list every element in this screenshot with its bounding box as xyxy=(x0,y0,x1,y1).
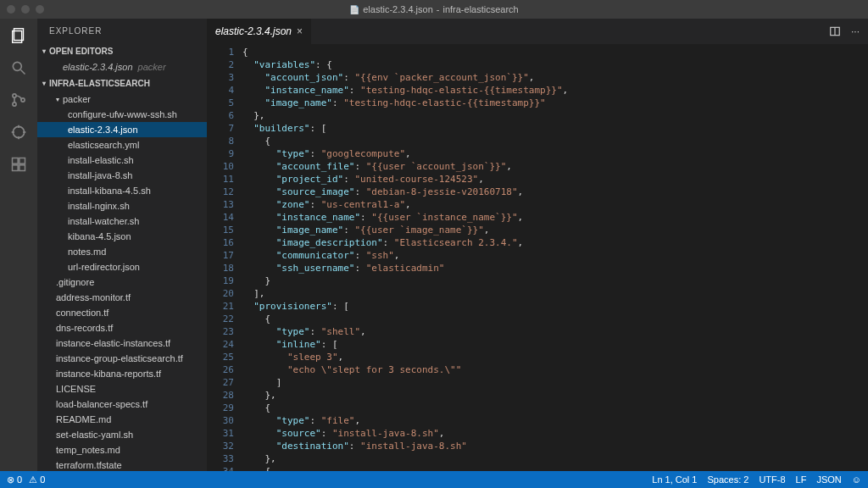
file-item[interactable]: elastic-2.3.4.json xyxy=(37,122,207,137)
file-item[interactable]: install-watcher.sh xyxy=(37,214,207,229)
chevron-down-icon: ▾ xyxy=(42,80,46,87)
file-item[interactable]: instance-kibana-reports.tf xyxy=(37,366,207,381)
title-project: infra-elasticsearch xyxy=(442,4,518,14)
file-item[interactable]: terraform.tfstate xyxy=(37,458,207,471)
open-editor-item[interactable]: elastic-2.3.4.json packer xyxy=(37,59,207,75)
explorer-sidebar: EXPLORER ▾ OPEN EDITORS elastic-2.3.4.js… xyxy=(37,19,207,471)
project-section-header[interactable]: ▾ INFRA-ELASTICSEARCH xyxy=(37,75,207,92)
tab-label: elastic-2.3.4.json xyxy=(215,25,292,37)
file-item[interactable]: dns-records.tf xyxy=(37,320,207,336)
search-icon[interactable] xyxy=(8,58,29,78)
file-item[interactable]: url-redirector.json xyxy=(37,259,207,274)
file-item[interactable]: install-elastic.sh xyxy=(37,152,207,168)
file-item[interactable]: kibana-4.5.json xyxy=(37,229,207,244)
feedback-icon[interactable]: ☺ xyxy=(852,474,861,485)
svg-point-7 xyxy=(13,126,24,137)
folder-item[interactable]: ▾packer xyxy=(37,92,207,107)
status-encoding[interactable]: UTF-8 xyxy=(759,474,785,485)
file-item[interactable]: notes.md xyxy=(37,244,207,259)
tab-bar-actions: ··· xyxy=(829,19,868,44)
svg-point-2 xyxy=(13,62,21,70)
tab-bar: elastic-2.3.4.json × ··· xyxy=(207,19,868,44)
file-item[interactable]: configure-ufw-www-ssh.sh xyxy=(37,107,207,122)
status-indent[interactable]: Spaces: 2 xyxy=(707,474,748,485)
editor-body[interactable]: 1234567891011121314151617181920212223242… xyxy=(207,44,868,471)
open-editor-name: elastic-2.3.4.json xyxy=(63,62,133,72)
file-item[interactable]: temp_notes.md xyxy=(37,442,207,458)
code-content[interactable]: { "variables": { "account_json": "{{env … xyxy=(242,44,868,471)
zoom-window-icon[interactable] xyxy=(36,5,44,14)
file-item[interactable]: install-kibana-4.5.sh xyxy=(37,183,207,198)
close-icon[interactable]: × xyxy=(297,25,303,37)
explorer-icon[interactable] xyxy=(8,25,29,46)
svg-point-5 xyxy=(13,103,16,106)
activity-bar xyxy=(0,19,37,471)
file-item[interactable]: address-monitor.tf xyxy=(37,290,207,305)
svg-rect-14 xyxy=(13,165,19,171)
chevron-down-icon: ▾ xyxy=(56,96,59,103)
split-editor-icon[interactable] xyxy=(829,25,841,37)
status-language[interactable]: JSON xyxy=(816,474,841,485)
status-eol[interactable]: LF xyxy=(796,474,807,485)
file-item[interactable]: LICENSE xyxy=(37,381,207,396)
close-window-icon[interactable] xyxy=(7,5,15,14)
file-item[interactable]: elasticsearch.yml xyxy=(37,137,207,152)
svg-line-3 xyxy=(21,70,25,75)
open-editor-path: packer xyxy=(138,62,166,72)
status-warnings[interactable]: ⚠ 0 xyxy=(29,474,45,485)
file-item[interactable]: README.md xyxy=(37,412,207,427)
file-item[interactable]: install-nginx.sh xyxy=(37,198,207,214)
extensions-icon[interactable] xyxy=(8,154,29,175)
editor-area: elastic-2.3.4.json × ··· 123456789101112… xyxy=(207,19,868,471)
file-list: ▾packerconfigure-ufw-www-ssh.shelastic-2… xyxy=(37,92,207,471)
svg-point-4 xyxy=(13,94,16,97)
file-item[interactable]: set-elastic-yaml.sh xyxy=(37,427,207,442)
file-item[interactable]: connection.tf xyxy=(37,305,207,320)
line-gutter: 1234567891011121314151617181920212223242… xyxy=(207,44,242,471)
status-errors[interactable]: ⊗ 0 xyxy=(7,474,22,485)
file-item[interactable]: load-balancer-specs.tf xyxy=(37,396,207,412)
file-item[interactable]: install-java-8.sh xyxy=(37,168,207,183)
title-filename: elastic-2.3.4.json xyxy=(363,4,433,14)
tab-active[interactable]: elastic-2.3.4.json × xyxy=(207,19,312,44)
chevron-down-icon: ▾ xyxy=(42,47,46,55)
window-titlebar: 📄 elastic-2.3.4.json - infra-elasticsear… xyxy=(0,0,868,19)
main-area: EXPLORER ▾ OPEN EDITORS elastic-2.3.4.js… xyxy=(0,19,868,471)
status-bar: ⊗ 0 ⚠ 0 Ln 1, Col 1 Spaces: 2 UTF-8 LF J… xyxy=(0,471,868,488)
minimize-window-icon[interactable] xyxy=(21,5,30,14)
file-icon: 📄 xyxy=(349,5,359,14)
source-control-icon[interactable] xyxy=(8,90,29,110)
svg-rect-15 xyxy=(19,165,25,171)
window-traffic-lights[interactable] xyxy=(7,5,44,14)
open-editors-header[interactable]: ▾ OPEN EDITORS xyxy=(37,42,207,59)
window-title: 📄 elastic-2.3.4.json - infra-elasticsear… xyxy=(349,4,518,14)
file-item[interactable]: instance-elastic-instances.tf xyxy=(37,336,207,351)
sidebar-title: EXPLORER xyxy=(37,19,207,42)
svg-rect-13 xyxy=(19,158,25,164)
file-item[interactable]: instance-group-elasticsearch.tf xyxy=(37,351,207,366)
status-cursor[interactable]: Ln 1, Col 1 xyxy=(652,474,697,485)
file-item[interactable]: .gitignore xyxy=(37,274,207,290)
debug-icon[interactable] xyxy=(8,122,29,142)
svg-rect-12 xyxy=(13,158,19,164)
more-icon[interactable]: ··· xyxy=(851,25,860,37)
